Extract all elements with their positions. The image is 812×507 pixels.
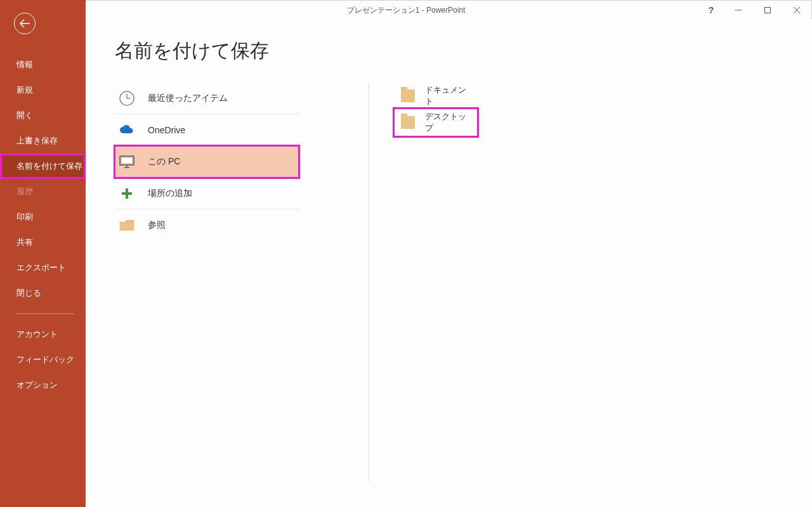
sidebar-divider — [15, 313, 74, 314]
sidebar-item-label: 名前を付けて保存 — [16, 161, 82, 171]
sidebar-item-export[interactable]: エクスポート — [0, 255, 86, 280]
folder-label: デスクトップ — [425, 111, 471, 134]
sidebar-item-print[interactable]: 印刷 — [0, 204, 86, 230]
location-label: 最近使ったアイテム — [148, 93, 228, 104]
sidebar-item-label: 履歴 — [16, 187, 33, 196]
cloud-icon — [119, 122, 135, 138]
location-recent[interactable]: 最近使ったアイテム — [115, 82, 299, 114]
sidebar-item-label: 印刷 — [16, 212, 33, 221]
svg-rect-9 — [121, 157, 133, 164]
location-add-place[interactable]: 場所の追加 — [115, 178, 299, 209]
arrow-left-icon — [19, 19, 30, 28]
window-title: プレゼンテーション1 - PowerPoint — [347, 5, 466, 16]
sidebar-item-label: 閉じる — [16, 288, 41, 298]
vertical-divider — [369, 82, 369, 482]
sidebar-item-save-as[interactable]: 名前を付けて保存 — [0, 154, 86, 179]
sidebar-item-label: エクスポート — [16, 263, 66, 272]
location-label: 参照 — [148, 220, 166, 231]
sidebar-item-account[interactable]: アカウント — [0, 322, 86, 347]
sidebar-item-label: 共有 — [16, 237, 33, 247]
folder-icon — [401, 89, 415, 102]
folder-icon — [119, 217, 135, 234]
location-label: この PC — [148, 156, 180, 168]
location-label: OneDrive — [148, 125, 185, 135]
pc-icon — [119, 154, 135, 170]
backstage-sidebar: 情報 新規 開く 上書き保存 名前を付けて保存 履歴 印刷 共有 エクスポート … — [0, 0, 86, 507]
folder-label: ドキュメント — [425, 84, 471, 107]
sidebar-item-history: 履歴 — [0, 179, 86, 204]
clock-icon — [119, 90, 135, 107]
close-button[interactable] — [782, 1, 811, 20]
plus-icon — [119, 185, 135, 202]
sidebar-item-label: オプション — [16, 380, 58, 390]
sidebar-item-label: フィードバック — [16, 355, 74, 364]
sidebar-item-share[interactable]: 共有 — [0, 230, 86, 255]
sidebar-item-label: 情報 — [16, 60, 33, 69]
sidebar-item-label: アカウント — [16, 329, 58, 339]
sidebar-item-save[interactable]: 上書き保存 — [0, 128, 86, 154]
page-title: 名前を付けて保存 — [115, 38, 269, 64]
maximize-button[interactable] — [753, 1, 782, 20]
sidebar-item-close[interactable]: 閉じる — [0, 280, 86, 306]
maximize-icon — [764, 6, 771, 14]
back-button[interactable] — [14, 13, 36, 34]
minimize-icon — [735, 6, 742, 14]
sidebar-item-label: 開く — [16, 110, 33, 120]
location-this-pc[interactable]: この PC — [115, 146, 299, 178]
sidebar-item-options[interactable]: オプション — [0, 372, 86, 398]
location-onedrive[interactable]: OneDrive — [115, 114, 299, 146]
titlebar: プレゼンテーション1 - PowerPoint ? — [1, 1, 811, 20]
folder-icon — [401, 116, 415, 129]
content-area: 名前を付けて保存 最近使ったアイテム OneDrive この PC 場所の追 — [86, 19, 812, 507]
location-browse[interactable]: 参照 — [115, 209, 299, 241]
minimize-button[interactable] — [724, 1, 753, 20]
close-icon — [793, 6, 801, 14]
svg-rect-1 — [765, 8, 771, 13]
sidebar-item-new[interactable]: 新規 — [0, 77, 86, 103]
window-controls: ? — [698, 1, 811, 20]
folder-list: ドキュメント デスクトップ — [395, 82, 477, 507]
folder-documents[interactable]: ドキュメント — [395, 82, 477, 109]
save-locations-list: 最近使ったアイテム OneDrive この PC 場所の追加 参照 — [115, 82, 299, 507]
help-button[interactable]: ? — [698, 1, 724, 20]
sidebar-item-open[interactable]: 開く — [0, 103, 86, 128]
sidebar-item-feedback[interactable]: フィードバック — [0, 347, 86, 372]
location-label: 場所の追加 — [148, 188, 192, 199]
sidebar-item-label: 上書き保存 — [16, 136, 58, 145]
folder-desktop[interactable]: デスクトップ — [395, 109, 477, 136]
sidebar-item-label: 新規 — [16, 85, 33, 95]
sidebar-item-info[interactable]: 情報 — [0, 52, 86, 77]
